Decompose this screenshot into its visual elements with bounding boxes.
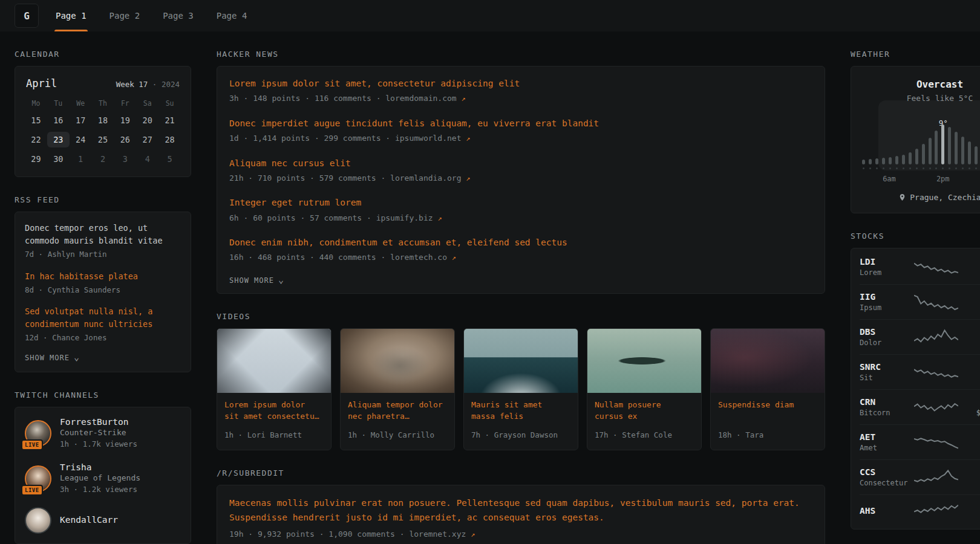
channel-info: KendallCarr [60, 515, 118, 526]
stock-values: +0.51% $165.84 [962, 467, 980, 487]
video-title-link[interactable]: Lorem ipsum dolor sit amet consectetu… [217, 393, 331, 423]
video-meta: 7h · Grayson Dawson [464, 425, 578, 450]
hn-item-meta-text: 3h · 148 points · 116 comments · loremdo… [229, 94, 457, 103]
calendar-year: · 2024 [152, 80, 180, 89]
weather-chart [861, 118, 980, 169]
external-link-icon[interactable]: ↗ [466, 174, 470, 183]
video-meta: 18h · Tara [711, 425, 825, 450]
stock-name: Sit [860, 374, 910, 382]
stock-id: SNRC Sit [860, 362, 910, 382]
twitch-widget: LIVE ForrestBurton Counter-Strike 1h · 1… [15, 407, 191, 544]
calendar-day: 16 [47, 112, 70, 128]
stock-row[interactable]: AHS +0.46% [860, 494, 980, 528]
dashboard: CALENDAR April Week 17 · 2024 MoTuWeThFr… [0, 31, 980, 544]
external-link-icon[interactable]: ↗ [437, 214, 442, 222]
app-logo[interactable]: G [15, 4, 39, 28]
stock-symbol: AET [860, 432, 910, 442]
stock-row[interactable]: AET Amet +0.92% $499.72 [860, 424, 980, 459]
stock-row[interactable]: CRN Bitcorn -1.00% $66,171.48 [860, 389, 980, 424]
video-title-link[interactable]: Nullam posuere cursus ex [587, 393, 701, 423]
page-tab[interactable]: Page 2 [109, 0, 140, 31]
video-title-link[interactable]: Mauris sit amet massa felis [464, 393, 578, 423]
stock-price: $795.18 [962, 268, 980, 277]
stock-change: +2.84% [962, 292, 980, 302]
stock-values: +2.84% $42.04 [962, 292, 980, 312]
twitch-channel[interactable]: LIVE KendallCarr [25, 507, 181, 534]
video-thumbnail[interactable] [217, 329, 331, 393]
channel-info: Trisha League of Legends 3h · 1.2k viewe… [60, 462, 140, 496]
weather-widget: Overcast Feels like 5°C 9° 6am2pm10pm Pr… [851, 66, 980, 213]
avatar: LIVE [25, 507, 51, 534]
stock-id: CCS Consectetur [860, 467, 910, 487]
hn-item-link[interactable]: Donec enim nibh, condimentum et accumsan… [229, 236, 812, 248]
calendar-day: 2 [92, 151, 114, 167]
stock-row[interactable]: IIG Ipsum +2.84% $42.04 [860, 284, 980, 319]
weather-bar [862, 118, 865, 169]
external-link-icon[interactable]: ↗ [466, 134, 470, 143]
video-title-link[interactable]: Suspendisse diam [711, 393, 825, 423]
external-link-icon[interactable]: ↗ [471, 530, 475, 539]
hn-item-link[interactable]: Aliquam nec cursus elit [229, 157, 812, 169]
page-tab[interactable]: Page 4 [217, 0, 247, 31]
section-title-twitch: TWITCH CHANNELS [15, 390, 191, 400]
stock-change: +0.92% [962, 432, 980, 442]
video-thumbnail[interactable] [341, 329, 454, 393]
calendar-day: 18 [92, 112, 114, 128]
page-tab[interactable]: Page 3 [163, 0, 194, 31]
twitch-channel[interactable]: LIVE Trisha League of Legends 3h · 1.2k … [25, 462, 181, 496]
weather-location-text: Prague, Czechia [910, 193, 980, 202]
video-thumbnail[interactable] [711, 329, 825, 393]
stock-change: +0.46% [962, 506, 980, 516]
chevron-down-icon: ⌄ [74, 355, 80, 360]
hn-item-link[interactable]: Lorem ipsum dolor sit amet, consectetur … [229, 77, 812, 89]
calendar-week: Week 17 [116, 80, 148, 89]
stock-row[interactable]: SNRC Sit +1.36% $148.64 [860, 354, 980, 389]
weather-bar [975, 118, 978, 169]
stock-row[interactable]: DBS Dolor +1.42% $156.28 [860, 319, 980, 354]
video-thumbnail[interactable] [587, 329, 701, 393]
middle-column: HACKER NEWS Lorem ipsum dolor sit amet, … [217, 31, 825, 544]
rss-item-link[interactable]: In hac habitasse platea [25, 270, 181, 283]
hn-show-more-button[interactable]: SHOW MORE ⌄ [229, 276, 284, 285]
video-title-link[interactable]: Aliquam tempor dolor nec pharetra… [341, 393, 454, 423]
hn-item: Aliquam nec cursus elit 21h · 710 points… [229, 157, 812, 184]
stock-symbol: IIG [860, 292, 910, 302]
stock-id: LDI Lorem [860, 257, 910, 277]
hn-item-link[interactable]: Donec imperdiet augue tincidunt felis al… [229, 117, 812, 129]
subreddit-widget: Maecenas mollis pulvinar erat non posuer… [217, 485, 825, 544]
rss-item-link[interactable]: Donec tempor eros leo, ut commodo mauris… [25, 222, 181, 247]
rss-item: Sed volutpat nulla nisl, a condimentum n… [25, 305, 181, 344]
channel-game: Counter-Strike [60, 428, 137, 437]
live-badge: LIVE [21, 439, 43, 450]
stock-row[interactable]: CCS Consectetur +0.51% $165.84 [860, 459, 980, 494]
calendar-day: 4 [136, 151, 158, 167]
calendar-day: 28 [158, 132, 181, 147]
rss-item-meta: 12d · Chance Jones [25, 332, 181, 344]
stock-id: AHS [860, 506, 910, 517]
hn-item-meta: 16h · 468 points · 440 comments · loremt… [229, 251, 812, 264]
rss-item-link[interactable]: Sed volutpat nulla nisl, a condimentum n… [25, 305, 181, 331]
external-link-icon[interactable]: ↗ [462, 94, 466, 103]
live-badge: LIVE [21, 485, 43, 496]
hn-list: Lorem ipsum dolor sit amet, consectetur … [229, 77, 812, 264]
stock-values: +1.36% $148.64 [962, 362, 980, 382]
stock-price: $66,171.48 [962, 409, 980, 417]
twitch-channel[interactable]: LIVE ForrestBurton Counter-Strike 1h · 1… [25, 417, 181, 450]
calendar-weekday: Tu [47, 98, 70, 112]
external-link-icon[interactable]: ↗ [452, 253, 456, 262]
calendar-widget: April Week 17 · 2024 MoTuWeThFrSaSu 1516… [15, 66, 191, 177]
subreddit-post-link[interactable]: Maecenas mollis pulvinar erat non posuer… [229, 496, 812, 525]
section-title-rss: RSS FEED [15, 195, 191, 204]
hn-item-link[interactable]: Integer eget rutrum lorem [229, 196, 812, 209]
rss-item-meta: 7d · Ashlyn Martin [25, 249, 181, 261]
section-title-calendar: CALENDAR [15, 50, 191, 59]
stock-price: $499.72 [962, 444, 980, 452]
page-tab[interactable]: Page 1 [56, 0, 87, 31]
rss-show-more-button[interactable]: SHOW MORE ⌄ [25, 354, 80, 362]
section-title-videos: VIDEOS [217, 312, 825, 321]
weather-bar [902, 118, 905, 169]
stock-symbol: DBS [860, 327, 910, 337]
video-thumbnail[interactable] [464, 329, 578, 393]
location-pin-icon [898, 193, 906, 201]
stock-row[interactable]: LDI Lorem +4.35% $795.18 [860, 250, 980, 284]
